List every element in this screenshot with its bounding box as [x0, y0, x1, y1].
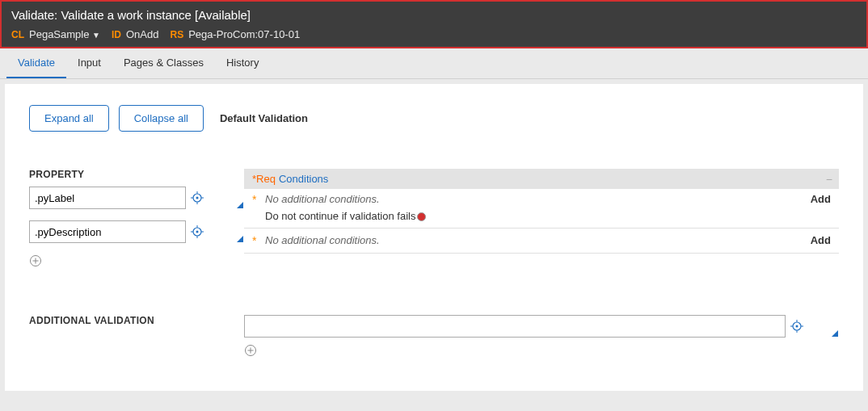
content-panel: Expand all Collapse all Default Validati…: [5, 84, 863, 391]
asterisk-icon: *: [252, 234, 265, 247]
add-condition-button[interactable]: Add: [811, 234, 831, 246]
condition-text: No additional conditions.: [265, 234, 380, 246]
add-condition-button[interactable]: Add: [811, 193, 831, 205]
property-input-0[interactable]: [29, 187, 186, 209]
meta-rs-val: Pega-ProCom:07-10-01: [188, 28, 300, 40]
meta-id-val: OnAdd: [126, 28, 158, 40]
svg-point-7: [196, 231, 199, 233]
continue-text: Do not continue if validation fails: [265, 210, 415, 222]
rule-title: Validate: Validate a work instance [Avai…: [11, 8, 857, 22]
condition-continue-row: Do not continue if validation fails: [244, 210, 839, 226]
rule-meta: CL PegaSample ▼ ID OnAdd RS Pega-ProCom:…: [11, 28, 857, 40]
radio-dot-icon[interactable]: [417, 212, 426, 221]
additional-validation-input[interactable]: [244, 315, 786, 338]
add-property-icon[interactable]: [29, 254, 42, 267]
condition-row: * No additional conditions. Add: [244, 230, 839, 251]
conditions-header[interactable]: *Req Conditions −: [244, 169, 839, 189]
meta-cl-val[interactable]: PegaSample ▼: [29, 28, 100, 40]
additional-validation-label: ADDITIONAL VALIDATION: [29, 315, 244, 326]
condition-text: No additional conditions.: [265, 193, 380, 205]
collapse-all-button[interactable]: Collapse all: [119, 105, 204, 132]
tab-validate[interactable]: Validate: [6, 48, 66, 78]
tab-input[interactable]: Input: [66, 48, 112, 78]
crosshair-icon[interactable]: [191, 225, 204, 238]
conditions-link[interactable]: Conditions: [279, 173, 328, 185]
toolbar: Expand all Collapse all Default Validati…: [29, 105, 839, 132]
asterisk-icon: *: [252, 193, 265, 206]
req-label: *Req: [252, 173, 276, 185]
svg-point-1: [196, 197, 199, 199]
chevron-down-icon: ▼: [92, 31, 100, 40]
collapse-icon[interactable]: −: [826, 173, 832, 186]
add-additional-icon[interactable]: [244, 344, 257, 357]
meta-id-key: ID: [112, 29, 121, 40]
expand-all-button[interactable]: Expand all: [29, 105, 109, 132]
svg-point-16: [796, 325, 798, 328]
condition-row: * No additional conditions. Add: [244, 189, 839, 210]
tab-pages-classes[interactable]: Pages & Classes: [112, 48, 215, 78]
property-section-label: PROPERTY: [29, 169, 244, 180]
property-input-1[interactable]: [29, 220, 186, 243]
meta-rs-key: RS: [170, 29, 183, 40]
tab-history[interactable]: History: [215, 48, 270, 78]
tab-bar: Validate Input Pages & Classes History: [0, 48, 868, 79]
rule-header: Validate: Validate a work instance [Avai…: [0, 0, 868, 48]
meta-cl-key: CL: [11, 29, 24, 40]
crosshair-icon[interactable]: [790, 320, 803, 333]
default-validation-label: Default Validation: [220, 112, 308, 124]
crosshair-icon[interactable]: [191, 191, 204, 204]
